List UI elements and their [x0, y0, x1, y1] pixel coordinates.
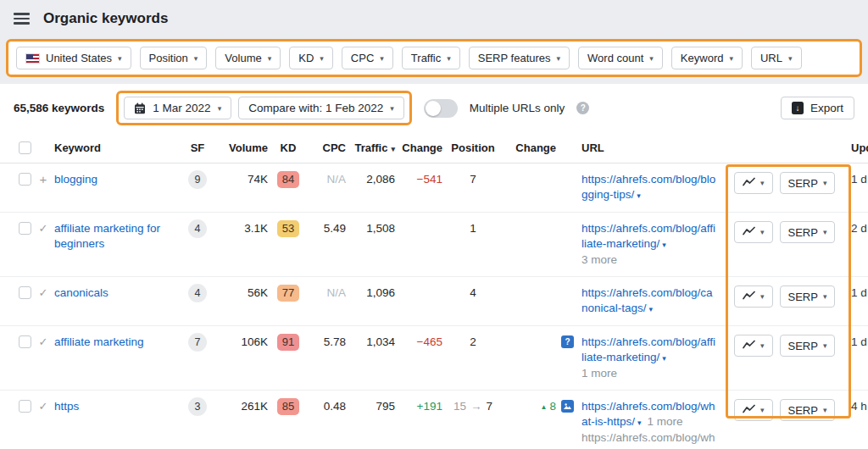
chart-button[interactable]: ▾: [734, 335, 773, 357]
traffic-cell: 1,096: [346, 285, 395, 301]
help-icon[interactable]: ?: [576, 102, 589, 114]
row-actions: ▾SERP▾: [717, 285, 836, 308]
updated-cell: 1 d: [836, 335, 868, 350]
expand-plus-icon[interactable]: +: [32, 172, 54, 187]
compare-with-button[interactable]: Compare with: 1 Feb 2022 ▾: [238, 97, 404, 119]
filter-button-volume[interactable]: Volume▾: [215, 47, 281, 69]
url-more-link[interactable]: 1 more: [581, 366, 717, 381]
chart-button[interactable]: ▾: [734, 285, 773, 308]
row-checkbox[interactable]: [19, 173, 31, 186]
toolbar: 65,586 keywords 1 Mar 2022 ▾ Compare wit…: [0, 84, 868, 132]
keyword-count: 65,586 keywords: [14, 102, 104, 114]
chart-button[interactable]: ▾: [734, 399, 773, 421]
serp-button[interactable]: SERP▾: [780, 285, 836, 308]
filter-button-url[interactable]: URL▾: [751, 47, 802, 69]
url-line: ?https://ahrefs.com/blog/affiliate-marke…: [581, 335, 717, 366]
chevron-down-icon: ▾: [823, 292, 827, 301]
export-button[interactable]: ↓ Export: [781, 97, 854, 119]
country-filter-label: United States: [46, 52, 112, 64]
keyword-link[interactable]: canonicals: [54, 286, 108, 299]
column-position-change[interactable]: Change: [504, 141, 556, 154]
url-dropdown-icon[interactable]: ▾: [637, 419, 642, 427]
check-icon: ✓: [32, 335, 54, 350]
filter-button-cpc[interactable]: CPC▾: [342, 47, 393, 69]
filter-button-kd[interactable]: KD▾: [289, 47, 333, 69]
current-position: 7: [487, 399, 493, 414]
column-updated[interactable]: Updated: [836, 141, 868, 154]
url-dropdown-icon[interactable]: ▾: [649, 305, 654, 313]
filter-button-serp-features[interactable]: SERP features▾: [469, 47, 570, 69]
country-filter-button[interactable]: United States ▾: [16, 47, 131, 69]
kd-badge: 77: [277, 285, 299, 302]
keyword-link[interactable]: https: [54, 400, 79, 413]
chart-button[interactable]: ▾: [734, 221, 773, 243]
cpc-cell: N/A: [309, 285, 346, 301]
row-checkbox[interactable]: [19, 400, 31, 413]
column-position[interactable]: Position: [442, 141, 504, 154]
serp-button[interactable]: SERP▾: [780, 221, 836, 243]
select-all-checkbox[interactable]: [19, 141, 31, 154]
cpc-cell: 0.48: [309, 399, 346, 414]
url-more-link[interactable]: 3 more: [581, 252, 717, 268]
serp-button-label: SERP: [788, 291, 818, 303]
column-traffic[interactable]: Traffic▾: [346, 141, 395, 154]
column-sf[interactable]: SF: [181, 141, 214, 154]
serp-button[interactable]: SERP▾: [780, 399, 836, 421]
sparkline-icon: [743, 177, 755, 190]
us-flag-icon: [25, 53, 40, 64]
volume-cell: 74K: [214, 172, 268, 187]
serp-button[interactable]: SERP▾: [780, 335, 836, 357]
date-picker-button[interactable]: 1 Mar 2022 ▾: [124, 97, 231, 119]
chevron-down-icon: ▾: [118, 54, 122, 63]
serp-button-label: SERP: [788, 226, 818, 239]
kd-cell: 77: [268, 285, 309, 302]
row-actions: ▾SERP▾: [717, 172, 836, 194]
multiple-urls-toggle[interactable]: [424, 99, 458, 118]
table-row: ✓affiliate marketing7106K915.781,034−465…: [0, 326, 868, 391]
column-cpc[interactable]: CPC: [309, 141, 346, 154]
row-checkbox[interactable]: [19, 222, 31, 235]
date-compare-highlight: 1 Mar 2022 ▾ Compare with: 1 Feb 2022 ▾: [116, 91, 411, 125]
url-link[interactable]: https://ahrefs.com/blog/affiliate-market…: [581, 222, 715, 250]
traffic-cell: 795: [346, 399, 395, 414]
keyword-link[interactable]: blogging: [54, 173, 97, 186]
url-link[interactable]: https://ahrefs.com/blog/canonical-tags/: [581, 286, 713, 314]
kd-badge: 53: [277, 220, 299, 237]
secondary-url-text: https://ahrefs.com/blog/what-is-https/: [581, 431, 715, 449]
keyword-cell: blogging: [54, 172, 181, 187]
column-volume[interactable]: Volume: [214, 141, 268, 154]
url-dropdown-icon[interactable]: ▾: [662, 354, 666, 363]
keyword-link[interactable]: affiliate marketing: [54, 335, 144, 348]
position-cell: 4: [442, 285, 504, 301]
sf-cell: 4: [181, 285, 214, 302]
menu-icon[interactable]: [14, 13, 30, 24]
filter-button-label: Traffic: [411, 52, 441, 64]
keyword-link[interactable]: affiliate marketing for beginners: [54, 222, 160, 250]
sf-badge: 4: [188, 284, 207, 302]
column-url[interactable]: URL: [556, 141, 717, 154]
serp-button[interactable]: SERP▾: [780, 172, 836, 194]
filter-button-keyword[interactable]: Keyword▾: [671, 47, 743, 69]
column-keyword[interactable]: Keyword: [54, 141, 181, 154]
filter-button-word-count[interactable]: Word count▾: [578, 47, 663, 69]
filter-button-position[interactable]: Position▾: [140, 47, 208, 69]
current-position: 2: [470, 335, 476, 350]
url-dropdown-icon[interactable]: ▾: [637, 191, 641, 200]
table-row: ✓canonicals456K77N/A1,0964https://ahrefs…: [0, 277, 868, 326]
row-checkbox[interactable]: [19, 335, 31, 348]
url-more-link[interactable]: 1 more: [648, 415, 683, 428]
column-kd[interactable]: KD: [268, 141, 309, 154]
column-traffic-change[interactable]: Change: [395, 141, 442, 154]
row-checkbox[interactable]: [19, 286, 31, 299]
position-up-icon: ▲: [541, 403, 548, 411]
sf-badge: 7: [188, 333, 207, 352]
position-cell: 15→7: [442, 399, 504, 414]
image-serp-icon: [561, 400, 574, 413]
url-link[interactable]: https://ahrefs.com/blog/blogging-tips/: [581, 173, 715, 201]
url-link[interactable]: https://ahrefs.com/blog/affiliate-market…: [581, 335, 715, 363]
filter-button-traffic[interactable]: Traffic▾: [402, 47, 460, 69]
position-change-cell: ▲8: [504, 399, 556, 415]
url-dropdown-icon[interactable]: ▾: [662, 241, 666, 249]
chart-button[interactable]: ▾: [734, 172, 773, 194]
secondary-url: https://ahrefs.com/blog/what-is-https/▾: [581, 430, 717, 449]
